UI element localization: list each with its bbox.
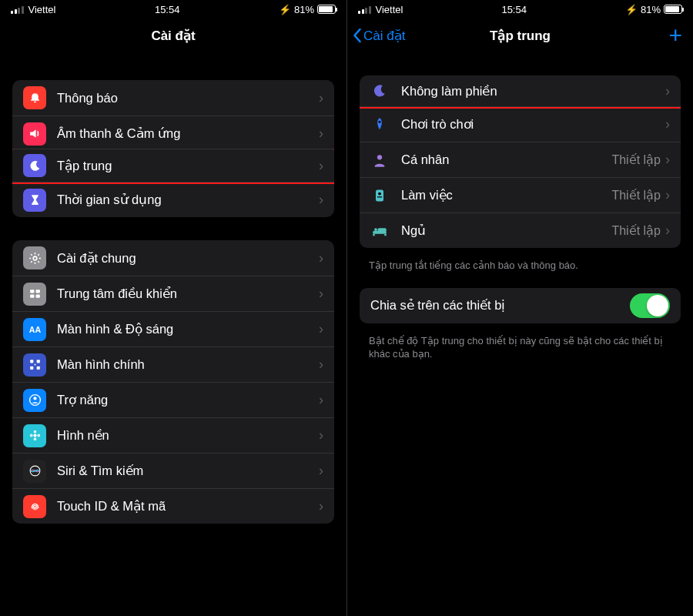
wallpaper-icon [23, 424, 46, 447]
settings-list[interactable]: Thông báo › Âm thanh & Cảm ứng › Tập tru… [0, 52, 346, 616]
chevron-left-icon [352, 28, 362, 43]
nav-bar: Cài đặt [0, 18, 346, 52]
settings-row[interactable]: Tập trung › [12, 149, 334, 184]
chevron-right-icon: › [319, 250, 323, 266]
settings-screen: Viettel 15:54 ⚡ 81% Cài đặt Thông báo › … [0, 0, 346, 616]
carrier-label: Viettel [376, 4, 403, 15]
gear-icon [23, 246, 46, 270]
share-toggle[interactable] [630, 293, 670, 318]
rocket-icon [370, 116, 389, 134]
row-label: Thời gian sử dụng [57, 192, 319, 207]
moon-icon [370, 82, 389, 100]
charge-icon: ⚡ [625, 4, 638, 15]
row-label: Touch ID & Mật mã [57, 499, 319, 514]
row-label: Màn hình chính [57, 357, 319, 372]
row-label: Âm thanh & Cảm ứng [57, 126, 319, 141]
focus-list[interactable]: Không làm phiền › Chơi trò chơi › Cá nhâ… [347, 52, 693, 616]
row-label: Tập trung [57, 159, 319, 173]
badge-icon [370, 186, 389, 205]
chevron-right-icon: › [319, 463, 323, 479]
home-screen-icon [23, 353, 46, 377]
share-across-devices-row[interactable]: Chia sẻ trên các thiết bị [360, 288, 681, 323]
charge-icon: ⚡ [279, 4, 291, 15]
signal-icon [11, 5, 24, 14]
chevron-right-icon: › [319, 192, 323, 208]
settings-row[interactable]: Trung tâm điều khiển › [12, 276, 334, 311]
settings-row[interactable]: Màn hình & Độ sáng › [12, 311, 334, 346]
chevron-right-icon: › [319, 498, 323, 514]
settings-row[interactable]: Âm thanh & Cảm ứng › [12, 116, 334, 151]
row-label: Cá nhân [401, 152, 611, 167]
status-bar: Viettel 15:54 ⚡ 81% [347, 0, 693, 18]
clock-label: 15:54 [501, 4, 527, 15]
clock-label: 15:54 [155, 4, 180, 15]
add-focus-button[interactable]: + [668, 18, 682, 52]
battery-pct-label: 81% [641, 4, 661, 15]
control-center-icon [23, 283, 46, 306]
focus-row[interactable]: Làm việc Thiết lập › [360, 177, 681, 213]
chevron-right-icon: › [319, 392, 323, 408]
hourglass-icon [23, 189, 46, 212]
chevron-right-icon: › [319, 90, 323, 106]
nav-bar: Cài đặt Tập trung + [347, 18, 693, 52]
row-label: Thông báo [57, 91, 319, 105]
row-label: Hình nền [57, 428, 319, 443]
siri-icon [23, 460, 46, 483]
focus-row[interactable]: Ngủ Thiết lập › [360, 213, 681, 248]
accessibility-icon [23, 389, 46, 412]
settings-row[interactable]: Trợ năng › [12, 382, 334, 417]
page-title: Cài đặt [151, 28, 195, 44]
settings-row[interactable]: Thời gian sử dụng › [12, 182, 334, 217]
chevron-right-icon: › [665, 223, 670, 239]
battery-pct-label: 81% [294, 4, 314, 15]
chevron-right-icon: › [319, 158, 323, 174]
row-label: Trung tâm điều khiển [57, 286, 319, 301]
row-detail: Thiết lập [611, 152, 661, 167]
focus-row[interactable]: Không làm phiền › [360, 75, 681, 109]
row-label: Cài đặt chung [57, 251, 319, 266]
settings-row[interactable]: Siri & Tìm kiếm › [12, 453, 334, 488]
settings-row[interactable]: Cài đặt chung › [12, 240, 334, 276]
settings-row[interactable]: Thông báo › [12, 80, 334, 116]
row-label: Ngủ [401, 223, 611, 238]
battery-icon [664, 5, 682, 14]
share-footer: Bật chế độ Tập trung cho thiết bị này cũ… [369, 334, 671, 361]
status-bar: Viettel 15:54 ⚡ 81% [0, 0, 346, 18]
bed-icon [370, 222, 389, 240]
back-label: Cài đặt [363, 28, 405, 44]
chevron-right-icon: › [319, 126, 323, 142]
touchid-icon [23, 495, 46, 518]
chevron-right-icon: › [665, 152, 670, 168]
row-detail: Thiết lập [611, 188, 661, 203]
carrier-label: Viettel [28, 4, 56, 15]
focus-row[interactable]: Cá nhân Thiết lập › [360, 142, 681, 177]
share-row-label: Chia sẻ trên các thiết bị [370, 298, 630, 313]
chevron-right-icon: › [319, 321, 323, 337]
row-label: Chơi trò chơi [401, 117, 665, 132]
back-button[interactable]: Cài đặt [352, 18, 405, 52]
settings-row[interactable]: Touch ID & Mật mã › [12, 488, 334, 524]
signal-icon [358, 5, 371, 14]
person-icon [370, 151, 389, 169]
chevron-right-icon: › [319, 357, 323, 373]
speaker-icon [23, 122, 46, 146]
row-label: Không làm phiền [401, 84, 665, 99]
bell-badge-icon [23, 86, 46, 109]
settings-row[interactable]: Hình nền › [12, 417, 334, 453]
row-label: Siri & Tìm kiếm [57, 464, 319, 478]
row-label: Làm việc [401, 188, 611, 203]
row-label: Trợ năng [57, 393, 319, 407]
battery-icon [317, 5, 336, 14]
focus-row[interactable]: Chơi trò chơi › [360, 106, 681, 142]
row-detail: Thiết lập [611, 223, 661, 238]
chevron-right-icon: › [319, 286, 323, 302]
focus-group-footer: Tập trung tắt tiếng các cảnh báo và thôn… [369, 259, 671, 273]
display-icon [23, 318, 46, 341]
moon-icon [23, 154, 46, 177]
settings-row[interactable]: Màn hình chính › [12, 346, 334, 382]
chevron-right-icon: › [665, 83, 670, 99]
chevron-right-icon: › [665, 187, 670, 203]
chevron-right-icon: › [665, 116, 670, 132]
page-title: Tập trung [490, 28, 551, 44]
chevron-right-icon: › [319, 427, 323, 444]
